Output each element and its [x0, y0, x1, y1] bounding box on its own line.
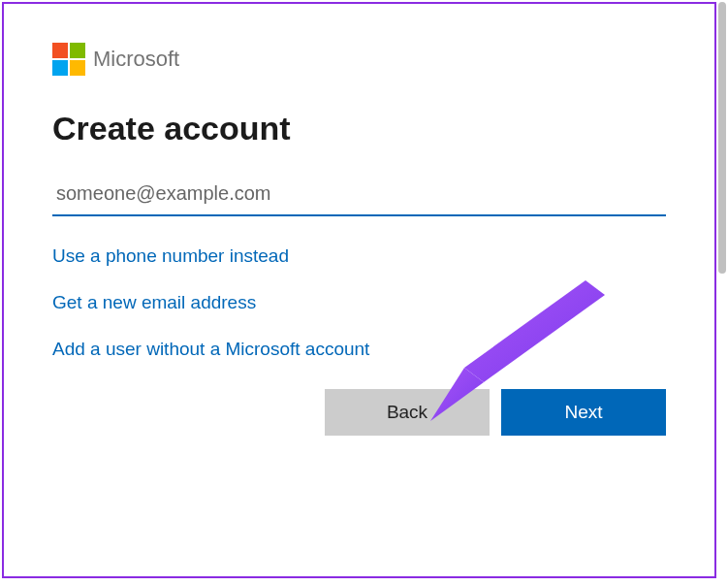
links-section: Use a phone number instead Get a new ema… — [52, 245, 666, 360]
brand-row: Microsoft — [52, 43, 666, 76]
email-field[interactable] — [52, 177, 666, 216]
page-title: Create account — [52, 110, 666, 147]
dialog-content: Microsoft Create account Use a phone num… — [4, 4, 714, 465]
back-button[interactable]: Back — [325, 389, 490, 436]
microsoft-logo-icon — [52, 43, 85, 76]
use-phone-link[interactable]: Use a phone number instead — [52, 245, 666, 267]
button-row: Back Next — [52, 389, 666, 436]
no-microsoft-account-link[interactable]: Add a user without a Microsoft account — [52, 339, 666, 360]
scrollbar[interactable] — [718, 2, 726, 274]
brand-name: Microsoft — [93, 47, 179, 72]
next-button[interactable]: Next — [501, 389, 666, 436]
new-email-link[interactable]: Get a new email address — [52, 292, 666, 313]
dialog-frame: Microsoft Create account Use a phone num… — [2, 2, 716, 578]
